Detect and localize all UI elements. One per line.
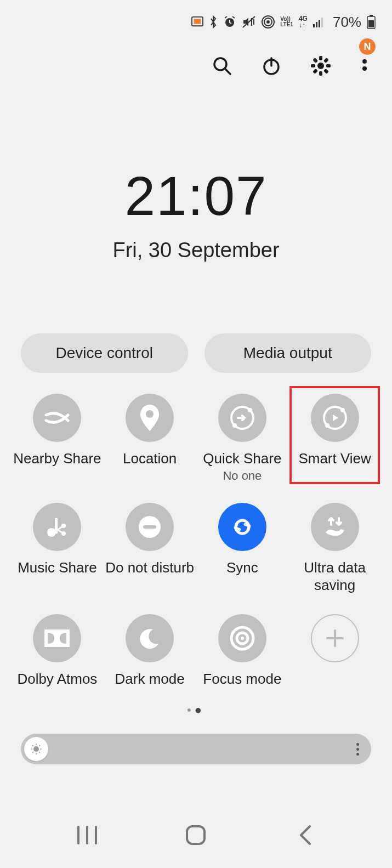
settings-button[interactable] [310,55,332,77]
device-control-button[interactable]: Device control [21,333,188,373]
svg-line-57 [32,752,33,753]
status-bar: Vo))LTE1 4G↓↑ 70% [0,0,392,33]
tile-label: Music Share [18,559,97,577]
tile-location[interactable]: Location [104,389,196,487]
svg-rect-9 [319,20,320,27]
tile-dark-mode[interactable]: Dark mode [104,610,196,693]
tile-add[interactable] [288,610,381,693]
brightness-menu-icon[interactable] [356,743,359,756]
tile-smart-view[interactable]: Smart View [288,389,381,487]
svg-point-27 [362,59,367,64]
media-output-button[interactable]: Media output [204,333,372,373]
svg-rect-8 [316,22,317,27]
tile-label: Ultra data saving [288,559,381,594]
tile-focus-mode[interactable]: Focus mode [196,610,289,693]
tile-label: Do not disturb [105,559,194,577]
power-icon [260,55,282,77]
clock-date: Fri, 30 September [0,239,392,262]
sun-icon [30,743,42,755]
home-button[interactable] [179,819,212,852]
tile-label: Quick Share [203,450,281,468]
svg-point-50 [33,746,39,752]
svg-rect-19 [319,56,322,60]
dot-inactive: • [187,703,195,717]
account-badge[interactable]: N [359,38,376,55]
location-pin-icon [126,394,174,442]
tile-label: Focus mode [203,670,281,688]
svg-line-56 [39,752,40,753]
svg-rect-22 [326,64,331,67]
tile-label: Location [123,450,177,468]
back-icon [297,824,313,846]
recents-button[interactable] [71,819,104,852]
ultra-data-icon [311,503,359,551]
quick-settings-grid: Nearby Share Location Quick Share No one… [0,389,392,692]
tile-label: Sync [226,559,258,577]
back-button[interactable] [288,819,321,852]
svg-rect-13 [368,20,374,27]
quick-share-icon [218,394,266,442]
tile-music-share[interactable]: Music Share [11,498,104,599]
page-indicator: •● [0,703,392,717]
svg-point-36 [47,528,56,537]
svg-point-18 [317,63,324,69]
signal-icon [313,16,325,27]
tile-dolby-atmos[interactable]: Dolby Atmos [11,610,104,693]
tile-nearby-share[interactable]: Nearby Share [11,389,104,487]
dot-active: ● [195,703,205,717]
tile-do-not-disturb[interactable]: Do not disturb [104,498,196,599]
search-icon [211,55,233,77]
svg-point-28 [362,66,367,71]
tile-label: Dolby Atmos [17,670,97,688]
power-button[interactable] [260,55,282,77]
svg-rect-10 [321,18,323,27]
svg-rect-43 [143,525,156,529]
alarm-icon [223,15,236,29]
brightness-slider[interactable] [21,734,371,764]
volte-icon: Vo))LTE1 [280,16,293,27]
svg-rect-7 [313,24,315,27]
mute-vibrate-icon [242,15,256,29]
svg-rect-24 [313,69,318,74]
smart-view-icon [311,394,359,442]
tile-quick-share[interactable]: Quick Share No one [196,389,289,487]
svg-point-31 [248,408,252,412]
brightness-thumb[interactable] [24,737,48,761]
system-nav-bar [0,808,392,868]
sync-icon [218,503,266,551]
svg-point-4 [266,20,270,24]
svg-rect-20 [319,71,322,76]
battery-percent: 70% [333,14,361,31]
svg-point-29 [146,410,154,418]
hotspot-icon [262,15,275,29]
battery-icon [367,15,376,29]
svg-rect-26 [323,69,329,74]
svg-line-58 [39,745,40,746]
svg-rect-25 [313,58,318,63]
control-pills: Device control Media output [0,333,392,373]
svg-rect-37 [55,518,58,534]
tile-label: Dark mode [115,670,185,688]
more-button[interactable] [359,55,370,77]
tile-label: Smart View [298,450,371,468]
tile-label: Nearby Share [13,450,101,468]
gear-icon [310,55,332,77]
svg-point-35 [325,423,329,428]
svg-point-47 [241,637,244,640]
svg-line-15 [225,69,230,74]
moon-icon [126,614,174,662]
nearby-share-icon [33,394,81,442]
recents-icon [76,826,98,844]
home-icon [184,823,208,847]
svg-point-34 [340,408,345,412]
dolby-icon [33,614,81,662]
bluetooth-icon [209,15,218,29]
plus-icon [311,614,359,662]
search-button[interactable] [211,55,233,77]
svg-rect-23 [323,58,329,63]
clock-area: 21:07 Fri, 30 September [0,164,392,262]
tile-ultra-data-saving[interactable]: Ultra data saving [288,498,381,599]
tile-sync[interactable]: Sync [196,498,289,599]
target-icon [218,614,266,662]
svg-rect-21 [311,64,315,67]
